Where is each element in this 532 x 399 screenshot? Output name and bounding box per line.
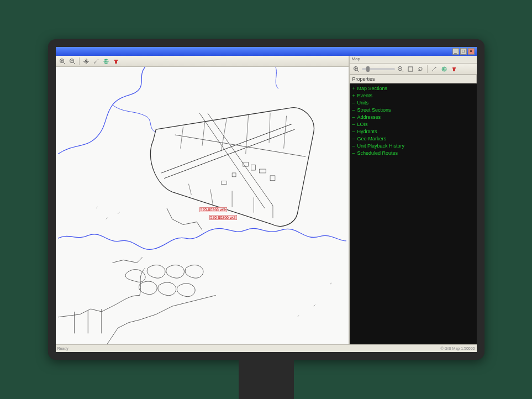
maximize-button[interactable]: □ xyxy=(460,48,467,55)
tree-item[interactable]: –Addresses xyxy=(352,114,474,121)
pan-button[interactable] xyxy=(82,57,91,66)
tree-item[interactable]: +Map Sections xyxy=(352,85,474,92)
tree-item-label: Hydrants xyxy=(357,129,377,134)
properties-tree: +Map Sections +Events –Units –Street Sec… xyxy=(350,83,477,344)
draw-line-button[interactable] xyxy=(430,65,439,74)
tree-item-label: Map Sections xyxy=(357,86,388,91)
tree-item-label: Unit Playback History xyxy=(357,143,405,149)
svg-line-1 xyxy=(64,62,65,64)
tree-item[interactable]: +Events xyxy=(352,92,474,99)
hydrant-button[interactable] xyxy=(450,65,459,74)
tree-item[interactable]: –Unit Playback History xyxy=(352,143,474,150)
tree-item[interactable]: –LOIs xyxy=(352,121,474,128)
svg-rect-29 xyxy=(452,67,456,69)
close-button[interactable]: × xyxy=(468,48,475,55)
tree-item[interactable]: –Units xyxy=(352,99,474,107)
tree-item-label: Geo-Markers xyxy=(357,136,387,141)
svg-rect-25 xyxy=(408,67,413,71)
tree-item-label: LOIs xyxy=(357,122,368,127)
side-panel-tab[interactable]: Map xyxy=(350,56,477,64)
map-label: 520-80266 wdr xyxy=(199,207,228,212)
titlebar: _ □ × xyxy=(56,47,477,56)
globe-button[interactable] xyxy=(102,57,110,66)
zoom-slider[interactable] xyxy=(362,68,395,70)
hydrant-button[interactable] xyxy=(112,57,120,66)
properties-header: Properties xyxy=(350,75,477,83)
svg-line-5 xyxy=(73,62,75,64)
status-bar: Ready © GIS Map 1:50000 xyxy=(56,344,477,352)
zoom-in-button[interactable] xyxy=(58,57,67,66)
tree-item[interactable]: –Scheduled Routes xyxy=(352,150,474,157)
minimize-button[interactable]: _ xyxy=(452,48,459,55)
side-toolbar xyxy=(350,64,477,75)
status-text-right: © GIS Map 1:50000 xyxy=(441,347,475,350)
zoom-out-button[interactable] xyxy=(396,65,405,74)
toolbar-separator xyxy=(427,65,428,73)
map-panel: 520-80266 wdr 520-80266 wdr xyxy=(56,56,350,344)
map-svg xyxy=(56,67,349,344)
draw-line-button[interactable] xyxy=(92,57,101,66)
monitor-frame: _ □ × xyxy=(48,39,484,360)
globe-button[interactable] xyxy=(440,65,449,74)
map-viewport[interactable]: 520-80266 wdr 520-80266 wdr xyxy=(56,67,349,344)
svg-line-23 xyxy=(402,70,403,72)
svg-line-26 xyxy=(432,67,436,71)
toolbar-separator xyxy=(79,57,80,65)
tree-item[interactable]: –Street Sections xyxy=(352,107,474,114)
tree-item-label: Events xyxy=(357,93,373,98)
zoom-out-button[interactable] xyxy=(68,57,77,66)
tree-item-label: Scheduled Routes xyxy=(357,150,398,156)
tree-item[interactable]: –Hydrants xyxy=(352,128,474,135)
tree-item-label: Street Sections xyxy=(357,107,391,113)
refresh-button[interactable] xyxy=(416,65,425,74)
side-panel: Map Properties +Map Sections +Events xyxy=(350,56,477,344)
map-label: 520-80266 wdr xyxy=(209,215,238,220)
status-text-left: Ready xyxy=(57,347,69,350)
select-button[interactable] xyxy=(406,65,415,74)
map-toolbar xyxy=(56,56,349,67)
svg-rect-10 xyxy=(114,60,118,61)
content-row: 520-80266 wdr 520-80266 wdr Map xyxy=(56,56,477,344)
svg-line-7 xyxy=(94,59,98,64)
tree-item-label: Addresses xyxy=(357,114,381,120)
zoom-in-button[interactable] xyxy=(352,65,361,74)
tree-item[interactable]: –Geo-Markers xyxy=(352,135,474,143)
app-window: _ □ × xyxy=(56,47,477,352)
tree-item-label: Units xyxy=(357,100,369,106)
svg-rect-11 xyxy=(58,67,346,344)
svg-line-19 xyxy=(357,70,359,72)
